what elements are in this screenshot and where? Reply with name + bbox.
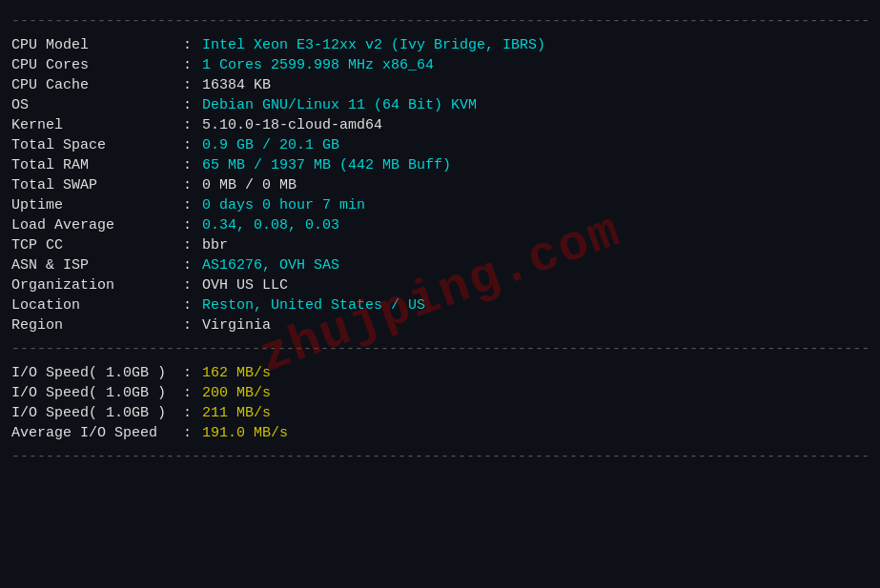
row-label: Total SWAP: [11, 175, 183, 195]
row-value: 200 MB/s: [202, 383, 869, 403]
table-row: Total RAM:65 MB / 1937 MB (442 MB Buff): [11, 155, 869, 175]
row-label: Average I/O Speed: [11, 423, 183, 443]
row-colon: :: [183, 235, 202, 255]
row-value: 0 MB / 0 MB: [202, 175, 869, 195]
table-row: Uptime:0 days 0 hour 7 min: [11, 195, 869, 215]
row-colon: :: [183, 215, 202, 235]
row-value: 211 MB/s: [202, 403, 869, 423]
row-colon: :: [183, 383, 202, 403]
row-label: CPU Cache: [11, 75, 183, 95]
row-value: 0.34, 0.08, 0.03: [202, 215, 869, 235]
table-row: Total Space:0.9 GB / 20.1 GB: [11, 135, 869, 155]
row-label: Location: [11, 295, 183, 315]
system-info-table: CPU Model:Intel Xeon E3-12xx v2 (Ivy Bri…: [11, 35, 869, 335]
row-colon: :: [183, 195, 202, 215]
row-label: Load Average: [11, 215, 183, 235]
table-row: I/O Speed( 1.0GB ):211 MB/s: [11, 403, 869, 423]
row-value: Intel Xeon E3-12xx v2 (Ivy Bridge, IBRS): [202, 35, 869, 55]
row-label: OS: [11, 95, 183, 115]
row-label: Total RAM: [11, 155, 183, 175]
row-label: Region: [11, 315, 183, 335]
table-row: I/O Speed( 1.0GB ):162 MB/s: [11, 363, 869, 383]
row-colon: :: [183, 403, 202, 423]
row-label: Uptime: [11, 195, 183, 215]
row-label: Organization: [11, 275, 183, 295]
row-colon: :: [183, 75, 202, 95]
row-value: 0.9 GB / 20.1 GB: [202, 135, 869, 155]
io-info-table: I/O Speed( 1.0GB ):162 MB/sI/O Speed( 1.…: [11, 363, 869, 443]
row-value: 1 Cores 2599.998 MHz x86_64: [202, 55, 869, 75]
row-colon: :: [183, 363, 202, 383]
row-value: Reston, United States / US: [202, 295, 869, 315]
row-colon: :: [183, 135, 202, 155]
row-colon: :: [183, 155, 202, 175]
row-colon: :: [183, 315, 202, 335]
row-value: 65 MB / 1937 MB (442 MB Buff): [202, 155, 869, 175]
row-colon: :: [183, 175, 202, 195]
top-separator: ----------------------------------------…: [11, 13, 869, 30]
bottom-separator: ----------------------------------------…: [11, 449, 869, 465]
row-value: 162 MB/s: [202, 363, 869, 383]
row-value: OVH US LLC: [202, 275, 869, 295]
table-row: OS:Debian GNU/Linux 11 (64 Bit) KVM: [11, 95, 869, 115]
row-label: CPU Cores: [11, 55, 183, 75]
table-row: Region:Virginia: [11, 315, 869, 335]
table-row: I/O Speed( 1.0GB ):200 MB/s: [11, 383, 869, 403]
row-value: Virginia: [202, 315, 869, 335]
row-label: I/O Speed( 1.0GB ): [11, 403, 183, 423]
row-label: Total Space: [11, 135, 183, 155]
table-row: CPU Model:Intel Xeon E3-12xx v2 (Ivy Bri…: [11, 35, 869, 55]
row-value: 5.10.0-18-cloud-amd64: [202, 115, 869, 135]
row-colon: :: [183, 35, 202, 55]
table-row: Load Average:0.34, 0.08, 0.03: [11, 215, 869, 235]
table-row: ASN & ISP:AS16276, OVH SAS: [11, 255, 869, 275]
row-colon: :: [183, 55, 202, 75]
table-row: Location:Reston, United States / US: [11, 295, 869, 315]
table-row: TCP CC:bbr: [11, 235, 869, 255]
row-colon: :: [183, 255, 202, 275]
row-label: ASN & ISP: [11, 255, 183, 275]
row-colon: :: [183, 423, 202, 443]
table-row: Organization:OVH US LLC: [11, 275, 869, 295]
row-label: I/O Speed( 1.0GB ): [11, 383, 183, 403]
row-value: bbr: [202, 235, 869, 255]
row-value: 0 days 0 hour 7 min: [202, 195, 869, 215]
table-row: Kernel:5.10.0-18-cloud-amd64: [11, 115, 869, 135]
row-label: Kernel: [11, 115, 183, 135]
row-colon: :: [183, 115, 202, 135]
row-value: 16384 KB: [202, 75, 869, 95]
table-row: CPU Cores:1 Cores 2599.998 MHz x86_64: [11, 55, 869, 75]
row-label: TCP CC: [11, 235, 183, 255]
row-label: I/O Speed( 1.0GB ): [11, 363, 183, 383]
table-row: Average I/O Speed:191.0 MB/s: [11, 423, 869, 443]
row-value: Debian GNU/Linux 11 (64 Bit) KVM: [202, 95, 869, 115]
table-row: CPU Cache:16384 KB: [11, 75, 869, 95]
middle-separator: ----------------------------------------…: [11, 341, 869, 357]
row-value: AS16276, OVH SAS: [202, 255, 869, 275]
row-colon: :: [183, 275, 202, 295]
table-row: Total SWAP:0 MB / 0 MB: [11, 175, 869, 195]
row-colon: :: [183, 295, 202, 315]
row-value: 191.0 MB/s: [202, 423, 869, 443]
row-colon: :: [183, 95, 202, 115]
row-label: CPU Model: [11, 35, 183, 55]
